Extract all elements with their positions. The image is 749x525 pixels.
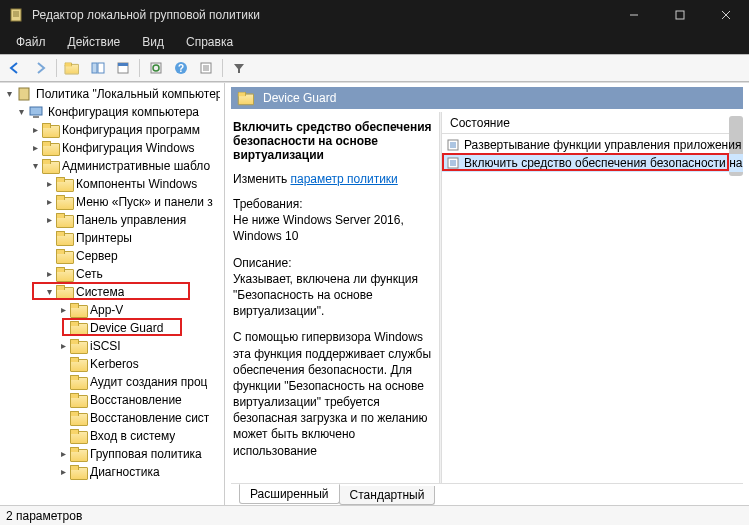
folder-icon <box>42 159 58 173</box>
filter-button[interactable] <box>228 57 250 79</box>
expander-icon[interactable]: ▸ <box>28 121 42 139</box>
maximize-button[interactable] <box>657 0 703 30</box>
tree-label: Компоненты Windows <box>76 175 197 193</box>
expander-icon[interactable]: ▸ <box>56 463 70 481</box>
tree-label: Аудит создания проц <box>90 373 207 391</box>
back-button[interactable] <box>4 57 26 79</box>
tree-group-policy[interactable]: ▸ Групповая политика <box>0 445 224 463</box>
tree-label: Сеть <box>76 265 103 283</box>
tree-kerberos[interactable]: Kerberos <box>0 355 224 373</box>
settings-list[interactable]: Состояние Развертывание функции управлен… <box>442 112 743 483</box>
column-header-state[interactable]: Состояние <box>442 112 743 134</box>
close-button[interactable] <box>703 0 749 30</box>
edit-policy-link[interactable]: параметр политики <box>290 172 397 186</box>
tree-pane[interactable]: ▾ Политика "Локальный компьютер" ▾ Конфи… <box>0 83 225 505</box>
show-hide-tree-button[interactable] <box>87 57 109 79</box>
list-item[interactable]: Развертывание функции управления приложе… <box>442 136 743 154</box>
description-column: Включить средство обеспечения безопаснос… <box>231 112 439 483</box>
list-item-label: Включить средство обеспечения безопаснос… <box>464 156 742 170</box>
forward-button[interactable] <box>29 57 51 79</box>
list-item-label: Развертывание функции управления приложе… <box>464 138 741 152</box>
tree-label: Меню «Пуск» и панели з <box>76 193 213 211</box>
svg-rect-21 <box>30 107 42 115</box>
expander-icon[interactable]: ▸ <box>42 265 56 283</box>
export-button[interactable] <box>195 57 217 79</box>
tree-start-menu[interactable]: ▸ Меню «Пуск» и панели з <box>0 193 224 211</box>
folder-icon <box>70 447 86 461</box>
svg-rect-5 <box>676 11 684 19</box>
statusbar: 2 параметров <box>0 505 749 525</box>
svg-rect-0 <box>11 9 21 21</box>
expander-icon[interactable]: ▸ <box>42 193 56 211</box>
toolbar-separator <box>222 59 223 77</box>
tree-logon[interactable]: Вход в систему <box>0 427 224 445</box>
tree-recovery[interactable]: Восстановление <box>0 391 224 409</box>
expander-icon[interactable]: ▾ <box>2 85 16 103</box>
tree-windows-components[interactable]: ▸ Компоненты Windows <box>0 175 224 193</box>
folder-icon <box>56 177 72 191</box>
description-text: Указывает, включена ли функция "Безопасн… <box>233 271 433 320</box>
menu-view[interactable]: Вид <box>132 31 174 53</box>
folder-icon <box>238 92 252 105</box>
tree-label: Диагностика <box>90 463 160 481</box>
tree-audit[interactable]: Аудит создания проц <box>0 373 224 391</box>
policy-root-icon <box>16 86 32 102</box>
expander-icon[interactable]: ▾ <box>28 157 42 175</box>
tree-appv[interactable]: ▸ App-V <box>0 301 224 319</box>
expander-icon[interactable]: ▾ <box>42 283 56 301</box>
tree-label: Конфигурация Windows <box>62 139 195 157</box>
list-item-selected[interactable]: Включить средство обеспечения безопаснос… <box>442 154 743 172</box>
tree-label: Панель управления <box>76 211 186 229</box>
menu-action[interactable]: Действие <box>58 31 131 53</box>
properties-button[interactable] <box>112 57 134 79</box>
details-header-title: Device Guard <box>263 91 336 105</box>
expander-icon[interactable]: ▸ <box>42 175 56 193</box>
tree-root[interactable]: ▾ Политика "Локальный компьютер" <box>0 85 224 103</box>
tab-extended[interactable]: Расширенный <box>239 484 340 504</box>
tree-printers[interactable]: Принтеры <box>0 229 224 247</box>
folder-icon <box>42 123 58 137</box>
folder-icon <box>56 213 72 227</box>
menu-file[interactable]: Файл <box>6 31 56 53</box>
folder-icon <box>70 339 86 353</box>
tree-admin-templates[interactable]: ▾ Административные шабло <box>0 157 224 175</box>
expander-icon[interactable]: ▸ <box>42 211 56 229</box>
up-button[interactable] <box>62 57 84 79</box>
help-button[interactable]: ? <box>170 57 192 79</box>
requirements-label: Требования: <box>233 196 433 212</box>
tree-label: Принтеры <box>76 229 132 247</box>
expander-icon[interactable]: ▸ <box>56 337 70 355</box>
expander-icon[interactable]: ▾ <box>14 103 28 121</box>
expander-icon[interactable]: ▸ <box>28 139 42 157</box>
folder-icon <box>42 141 58 155</box>
tree-iscsi[interactable]: ▸ iSCSI <box>0 337 224 355</box>
menu-help[interactable]: Справка <box>176 31 243 53</box>
folder-icon <box>56 267 72 281</box>
tree-software-config[interactable]: ▸ Конфигурация программ <box>0 121 224 139</box>
requirements-text: Не ниже Windows Server 2016, Windows 10 <box>233 212 433 244</box>
svg-rect-22 <box>33 116 39 118</box>
edit-prefix: Изменить <box>233 172 290 186</box>
tree-diagnostics[interactable]: ▸ Диагностика <box>0 463 224 481</box>
tree-device-guard[interactable]: Device Guard <box>0 319 224 337</box>
expander-icon[interactable]: ▸ <box>56 301 70 319</box>
folder-icon <box>70 357 86 371</box>
tree-server[interactable]: Сервер <box>0 247 224 265</box>
expander-icon[interactable]: ▸ <box>56 445 70 463</box>
tree-windows-config[interactable]: ▸ Конфигурация Windows <box>0 139 224 157</box>
refresh-button[interactable] <box>145 57 167 79</box>
tree-label: Конфигурация программ <box>62 121 200 139</box>
tree-label: Восстановление <box>90 391 182 409</box>
tree-label: Device Guard <box>90 319 163 337</box>
tree-computer-config[interactable]: ▾ Конфигурация компьютера <box>0 103 224 121</box>
tab-standard[interactable]: Стандартный <box>339 486 436 505</box>
tree-network[interactable]: ▸ Сеть <box>0 265 224 283</box>
tree-recovery2[interactable]: Восстановление сист <box>0 409 224 427</box>
computer-icon <box>28 104 44 120</box>
description-label: Описание: <box>233 255 433 271</box>
app-icon <box>8 7 24 23</box>
tree-system[interactable]: ▾ Система <box>0 283 224 301</box>
tree-control-panel[interactable]: ▸ Панель управления <box>0 211 224 229</box>
minimize-button[interactable] <box>611 0 657 30</box>
tree-label: Восстановление сист <box>90 409 209 427</box>
